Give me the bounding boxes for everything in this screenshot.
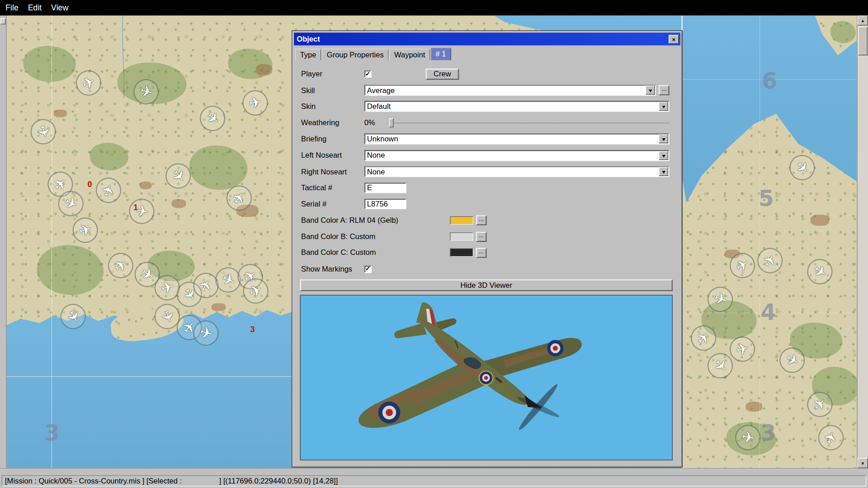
aircraft-group-icon[interactable]: ✈ [193,320,218,346]
aircraft-group-icon[interactable]: ✈ [807,259,832,284]
band-c-more-button[interactable]: ... [476,248,486,258]
left-noseart-label: Left Noseart [301,151,364,159]
aircraft-group-icon[interactable]: ✈ [708,286,733,312]
tab-type[interactable]: Type [295,49,321,61]
row-tactical: Tactical # [301,180,669,196]
dialog-titlebar[interactable]: Object × [294,33,680,45]
aircraft-group-icon[interactable]: ✈ [730,253,755,278]
close-icon[interactable]: × [669,35,679,44]
aircraft-group-icon[interactable]: ✈ [779,347,805,373]
aircraft-group-icon[interactable]: ✈ [60,304,85,329]
aircraft-group-icon[interactable]: ✈ [193,273,218,298]
menu-item-edit[interactable]: Edit [27,1,46,14]
mission-editor-window: FileEditView ✈ [0,0,868,488]
map-grid-label: 4 [761,299,776,324]
wing-roundel [386,409,393,416]
plane-icon: ✈ [159,279,175,296]
band-b-more-button[interactable]: ... [476,232,486,242]
briefing-value: Unknown [367,135,398,143]
aircraft-group-icon[interactable]: ✈ [789,155,815,180]
crew-button[interactable]: Crew [426,68,459,79]
aircraft-group-icon[interactable]: ✈ [757,248,783,273]
aircraft-group-icon[interactable]: ✈ [243,278,269,304]
waypoint-number-label: 1 [133,202,138,212]
serial-number-input[interactable] [364,199,406,209]
row-show-markings: Show Markings [301,261,669,277]
plane-icon: ✈ [77,221,94,239]
aircraft-group-icon[interactable]: ✈ [735,425,760,450]
3d-viewer[interactable] [300,295,673,460]
aircraft-group-icon[interactable]: ✈ [129,199,154,224]
aircraft-group-icon[interactable]: ✈ [226,185,252,211]
map-grid-label: 5 [759,185,774,211]
object-dialog: Object × TypeGroup PropertiesWaypoint# 1… [292,30,682,467]
aircraft-group-icon[interactable]: ✈ [818,425,844,450]
map-grid-label: 3 [761,420,776,445]
aircraft-group-icon[interactable]: ✈ [200,106,225,131]
plane-icon: ✈ [63,307,82,326]
aircraft-3d-model[interactable] [301,296,672,460]
aircraft-group-icon[interactable]: ✈ [155,304,180,329]
chevron-down-icon[interactable] [659,102,668,111]
player-checkbox[interactable] [364,70,372,78]
skin-dropdown[interactable]: Default [364,101,670,112]
plane-icon: ✈ [80,74,97,93]
weathering-slider[interactable] [388,117,669,128]
left-noseart-dropdown[interactable]: None [364,150,670,160]
plane-icon: ✈ [247,282,264,300]
chevron-down-icon[interactable] [659,151,668,160]
aircraft-group-icon[interactable]: ✈ [72,217,98,243]
menu-item-view[interactable]: View [50,1,73,14]
status-bar: [Mission : Quick/005 - Cross-Country.mis… [0,474,868,488]
scrollbar-thumb[interactable] [858,27,868,56]
aircraft-group-icon[interactable]: ✈ [691,325,716,351]
aircraft-group-icon[interactable]: ✈ [96,178,121,203]
band-c-swatch [450,249,473,257]
toolbar-handle[interactable] [0,18,5,24]
row-skin: Skin Default [301,99,669,115]
tab-group-properties[interactable]: Group Properties [322,49,389,61]
aircraft-group-icon[interactable]: ✈ [165,163,191,188]
aircraft-group-icon[interactable]: ✈ [76,70,101,96]
tab-1[interactable]: # 1 [430,47,451,60]
hide-3d-viewer-button[interactable]: Hide 3D Viewer [300,279,673,291]
band-a-label: Band Color A: RLM 04 (Gelb) [301,216,449,224]
skill-dropdown[interactable]: Average [364,84,656,95]
player-label: Player [301,70,364,78]
aircraft-group-icon[interactable]: ✈ [133,79,159,104]
right-noseart-label: Right Noseart [301,167,364,175]
aircraft-group-icon[interactable]: ✈ [30,119,56,144]
chevron-down-icon[interactable] [659,135,668,144]
skill-more-button[interactable]: ... [659,85,669,95]
aircraft-group-icon[interactable]: ✈ [242,90,268,116]
row-briefing: Briefing Unknown [301,131,669,147]
aircraft-group-icon[interactable]: ✈ [807,392,832,417]
plane-icon: ✈ [138,265,156,284]
slider-thumb[interactable] [389,118,394,127]
plane-icon: ✈ [62,194,80,213]
scroll-down-icon[interactable]: ▼ [858,458,868,468]
aircraft-group-icon[interactable]: ✈ [215,267,241,292]
briefing-dropdown[interactable]: Unknown [364,133,670,144]
chevron-down-icon[interactable] [646,86,655,95]
aircraft-group-icon[interactable]: ✈ [108,253,133,278]
band-a-more-button[interactable]: ... [476,216,486,225]
plane-icon: ✈ [219,271,237,290]
plane-icon: ✈ [138,83,154,101]
tab-waypoint[interactable]: Waypoint [389,49,430,61]
plane-icon: ✈ [158,308,177,325]
plane-icon: ✈ [248,94,263,111]
menu-item-file[interactable]: File [5,1,23,14]
show-markings-label: Show Markings [301,265,364,273]
right-noseart-dropdown[interactable]: None [364,166,670,177]
chevron-down-icon[interactable] [659,167,668,176]
tactical-number-input[interactable] [364,183,406,193]
aircraft-group-icon[interactable]: ✈ [730,336,755,361]
weathering-label: Weathering [301,118,364,127]
aircraft-group-icon[interactable]: ✈ [155,275,180,300]
show-markings-checkbox[interactable] [364,266,372,273]
vertical-scrollbar[interactable]: ▲ ▼ [857,15,868,468]
aircraft-group-icon[interactable]: ✈ [58,191,84,216]
scroll-up-icon[interactable]: ▲ [858,15,868,25]
aircraft-group-icon[interactable]: ✈ [708,353,733,378]
